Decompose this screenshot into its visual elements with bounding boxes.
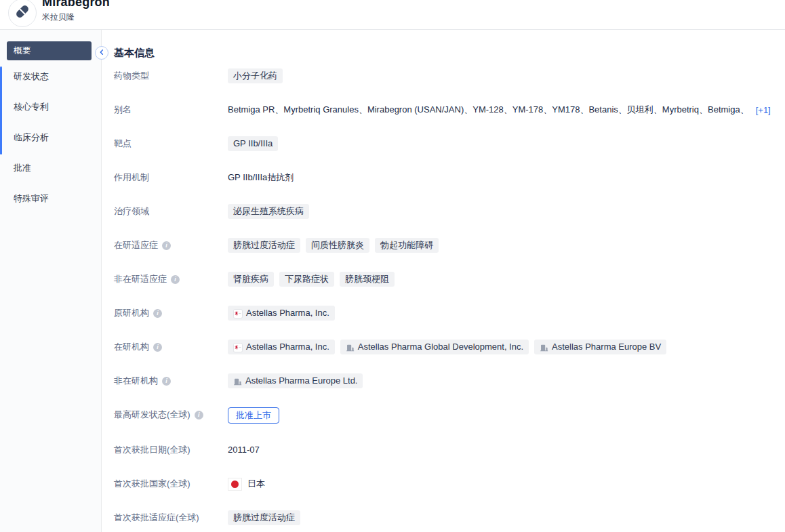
sidebar-item-rd-status[interactable]: 研发状态 (0, 61, 101, 91)
astellas-logo-icon (233, 307, 243, 319)
sidebar-item-approval[interactable]: 批准 (0, 152, 101, 183)
field-row: 首次获批国家(全球)日本 (114, 476, 785, 491)
value-tag[interactable]: 膀胱过度活动症 (228, 510, 300, 525)
value-tag[interactable]: 泌尿生殖系统疾病 (228, 204, 309, 219)
field-rows: 药物类型小分子化药别名Betmiga PR、Myrbetriq Granules… (114, 68, 785, 525)
sidebar-item-label: 临床分析 (14, 131, 49, 144)
field-value: Astellas Pharma Europe Ltd. (228, 373, 363, 388)
field-value: 批准上市 (228, 407, 279, 424)
sidebar-item-clinical-analysis[interactable]: 临床分析 (0, 122, 101, 152)
sidebar-item-label: 研发状态 (14, 70, 49, 83)
building-icon (346, 341, 355, 353)
field-label-text: 药物类型 (114, 70, 149, 82)
info-icon[interactable]: i (153, 343, 162, 352)
building-icon (233, 375, 242, 387)
field-label: 首次获批日期(全球) (114, 443, 228, 456)
org-tag[interactable]: Astellas Pharma Europe Ltd. (228, 373, 363, 388)
field-label-text: 首次获批日期(全球) (114, 444, 190, 456)
field-row: 治疗领域泌尿生殖系统疾病 (114, 204, 785, 219)
sidebar-item-core-patents[interactable]: 核心专利 (0, 91, 101, 122)
sidebar-item-label: 概要 (14, 45, 31, 57)
info-icon[interactable]: i (153, 309, 162, 318)
value-tag[interactable]: 间质性膀胱炎 (306, 238, 369, 253)
astellas-logo-icon (233, 341, 243, 353)
sidebar-item-label: 核心专利 (14, 101, 49, 113)
org-tag[interactable]: Astellas Pharma Global Development, Inc. (340, 340, 529, 354)
status-badge-button[interactable]: 批准上市 (228, 407, 279, 424)
info-icon[interactable]: i (162, 241, 171, 250)
value-text: GP IIb/IIIa拮抗剂 (228, 170, 294, 185)
field-label: 非在研机构i (114, 373, 228, 387)
value-tag[interactable]: 肾脏疾病 (228, 272, 274, 287)
sidebar-item-overview[interactable]: 概要 (0, 41, 101, 61)
show-more-link[interactable]: [+1] (756, 105, 771, 115)
field-value: Astellas Pharma, Inc. (228, 306, 335, 321)
org-tag[interactable]: Astellas Pharma, Inc. (228, 340, 335, 354)
field-label-text: 别名 (114, 104, 132, 116)
org-tag[interactable]: Astellas Pharma Europe BV (534, 340, 666, 354)
field-value: Betmiga PR、Myrbetriq Granules、Mirabegron… (228, 102, 771, 117)
field-value: 膀胱过度活动症间质性膀胱炎勃起功能障碍 (228, 238, 439, 253)
pill-icon (14, 3, 31, 23)
field-label: 药物类型 (114, 68, 228, 82)
field-label: 在研适应症i (114, 238, 228, 251)
field-row: 非在研机构iAstellas Pharma Europe Ltd. (114, 373, 785, 388)
field-label-text: 最高研发状态(全球) (114, 409, 190, 421)
field-label-text: 在研适应症 (114, 239, 158, 251)
sidebar-nav: 概要研发状态核心专利临床分析批准特殊审评 (0, 30, 102, 532)
field-label: 最高研发状态(全球)i (114, 407, 228, 421)
field-row: 在研适应症i膀胱过度活动症间质性膀胱炎勃起功能障碍 (114, 238, 785, 253)
building-icon (540, 341, 548, 353)
value-text: 2011-07 (228, 443, 260, 457)
drug-profile-page: Mirabegron 米拉贝隆 概要研发状态核心专利临床分析批准特殊审评 基本信… (0, 0, 785, 532)
collapse-panel-button[interactable] (95, 46, 108, 60)
field-value: 2011-07 (228, 443, 260, 457)
field-row: 作用机制GP IIb/IIIa拮抗剂 (114, 170, 785, 185)
field-value: 肾脏疾病下尿路症状膀胱颈梗阻 (228, 272, 395, 287)
field-label-text: 首次获批适应症(全球) (114, 512, 199, 524)
org-tag[interactable]: Astellas Pharma, Inc. (228, 306, 335, 321)
chevron-left-icon (98, 47, 106, 59)
field-label: 首次获批国家(全球) (114, 476, 228, 490)
info-icon[interactable]: i (162, 377, 171, 386)
org-name: Astellas Pharma Europe BV (552, 341, 661, 353)
field-label: 靶点 (114, 136, 228, 150)
value-tag[interactable]: 下尿路症状 (279, 272, 334, 287)
page-title: Mirabegron (42, 0, 110, 9)
field-value: GP IIb/IIIa拮抗剂 (228, 170, 294, 185)
page-subtitle: 米拉贝隆 (42, 12, 75, 23)
field-label: 治疗领域 (114, 204, 228, 218)
field-label-text: 首次获批国家(全球) (114, 478, 190, 490)
value-tag[interactable]: 小分子化药 (228, 68, 283, 83)
field-value: 小分子化药 (228, 68, 283, 83)
sidebar-item-label: 批准 (14, 162, 31, 174)
field-label: 别名 (114, 102, 228, 116)
field-value: 日本 (228, 476, 265, 491)
japan-flag-icon (228, 478, 242, 491)
field-value: 膀胱过度活动症 (228, 510, 300, 525)
sidebar-item-special-review[interactable]: 特殊审评 (0, 183, 101, 213)
value-tag[interactable]: 膀胱过度活动症 (228, 238, 300, 253)
info-icon[interactable]: i (195, 411, 203, 420)
field-row: 别名Betmiga PR、Myrbetriq Granules、Mirabegr… (114, 102, 785, 117)
sidebar-scrollbar[interactable] (0, 66, 2, 155)
field-label-text: 靶点 (114, 138, 132, 150)
value-tag[interactable]: 膀胱颈梗阻 (340, 272, 395, 287)
info-icon[interactable]: i (171, 275, 180, 284)
value-tag[interactable]: GP IIb/IIIa (228, 136, 278, 151)
sidebar-item-active-pill[interactable]: 概要 (7, 41, 92, 60)
section-title: 基本信息 (114, 46, 785, 60)
field-label: 原研机构i (114, 306, 228, 319)
page-body: 概要研发状态核心专利临床分析批准特殊审评 基本信息 药物类型小分子化药别名Bet… (0, 30, 785, 532)
field-row: 非在研适应症i肾脏疾病下尿路症状膀胱颈梗阻 (114, 272, 785, 287)
field-row: 靶点GP IIb/IIIa (114, 136, 785, 151)
field-value: 泌尿生殖系统疾病 (228, 204, 309, 219)
field-row: 药物类型小分子化药 (114, 68, 785, 83)
field-label: 首次获批适应症(全球) (114, 510, 228, 524)
field-row: 首次获批日期(全球)2011-07 (114, 443, 785, 457)
field-row: 最高研发状态(全球)i批准上市 (114, 407, 785, 424)
org-name: Astellas Pharma, Inc. (246, 307, 329, 319)
sidebar-item-label: 特殊审评 (14, 192, 49, 205)
value-tag[interactable]: 勃起功能障碍 (375, 238, 439, 253)
field-label: 在研机构i (114, 340, 228, 353)
